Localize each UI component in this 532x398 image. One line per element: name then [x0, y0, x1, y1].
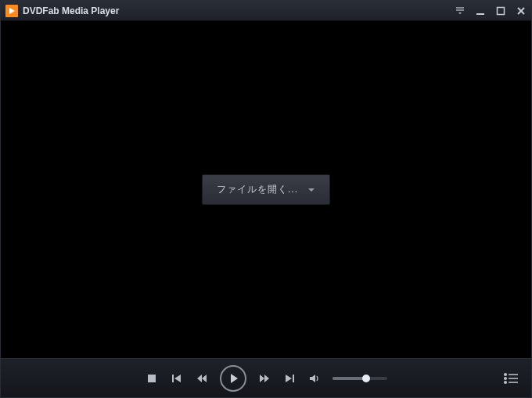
svg-rect-2 — [476, 13, 484, 15]
svg-point-11 — [505, 377, 507, 379]
svg-point-9 — [505, 373, 507, 375]
rewind-button[interactable] — [195, 371, 209, 385]
svg-point-13 — [505, 381, 507, 383]
minimize-button[interactable] — [475, 5, 486, 16]
window-controls — [455, 5, 527, 16]
app-title: DVDFab Media Player — [23, 5, 455, 16]
open-file-button[interactable]: ファイルを開く... — [202, 174, 330, 205]
svg-rect-8 — [293, 375, 294, 382]
previous-button[interactable] — [170, 371, 184, 385]
volume-slider[interactable] — [332, 377, 387, 380]
control-bar — [1, 358, 531, 397]
close-button[interactable] — [516, 5, 527, 16]
volume-fill — [332, 377, 366, 380]
video-area: ファイルを開く... — [1, 21, 531, 358]
settings-menu-button[interactable] — [455, 5, 466, 16]
svg-rect-6 — [148, 375, 156, 382]
app-window: DVDFab Media Player ファイルを開く... — [0, 0, 532, 398]
transport-controls — [145, 365, 387, 392]
chevron-down-icon — [307, 186, 315, 194]
volume-thumb[interactable] — [362, 375, 370, 382]
maximize-button[interactable] — [495, 5, 506, 16]
next-button[interactable] — [282, 371, 297, 385]
titlebar: DVDFab Media Player — [1, 1, 531, 21]
playlist-button[interactable] — [503, 372, 519, 385]
volume-button[interactable] — [307, 371, 322, 385]
app-icon — [5, 5, 18, 17]
svg-rect-3 — [498, 7, 505, 14]
stop-button[interactable] — [145, 371, 159, 385]
svg-rect-7 — [172, 375, 174, 382]
forward-button[interactable] — [257, 371, 271, 385]
play-button[interactable] — [220, 365, 246, 392]
open-file-label: ファイルを開く... — [217, 183, 298, 196]
